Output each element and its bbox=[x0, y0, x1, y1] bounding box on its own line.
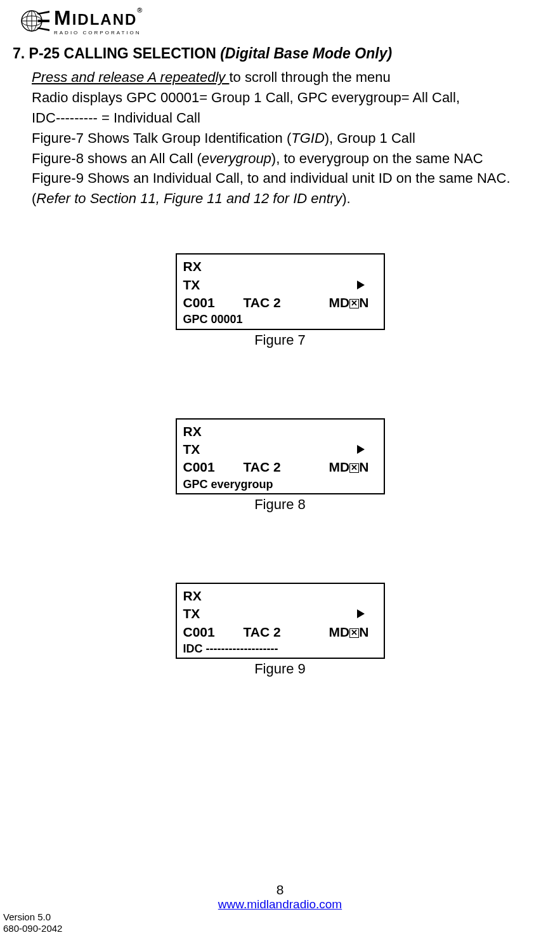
website-link[interactable]: www.midlandradio.com bbox=[0, 897, 560, 911]
figure-8-box: RX TX C001 TAC 2 MD✕N GPC everygroup bbox=[176, 418, 385, 494]
figure-8-tx-row: TX bbox=[183, 440, 377, 458]
figure-9-last-line: IDC ------------------- bbox=[183, 641, 377, 656]
figure-7-channel-row: C001 TAC 2 MD✕N bbox=[183, 294, 377, 312]
figure-9-container: RX TX C001 TAC 2 MD✕N IDC --------------… bbox=[13, 583, 547, 677]
midland-logo: MIDLAND® RADIO CORPORATION bbox=[19, 6, 547, 36]
body-line-4: Figure-7 Shows Talk Group Identification… bbox=[32, 128, 547, 149]
figure-7-caption: Figure 7 bbox=[13, 332, 547, 348]
figure-8-rx: RX bbox=[183, 423, 377, 440]
logo-brand-text: MIDLAND® bbox=[54, 6, 143, 30]
page-footer: 8 www.midlandradio.com Version 5.0 680-0… bbox=[0, 882, 560, 934]
page-number: 8 bbox=[0, 882, 560, 897]
logo-subtitle: RADIO CORPORATION bbox=[54, 30, 143, 36]
figure-9-rx: RX bbox=[183, 587, 377, 605]
body-line-2: Radio displays GPC 00001= Group 1 Call, … bbox=[32, 88, 547, 108]
figure-8-container: RX TX C001 TAC 2 MD✕N GPC everygroup Fig… bbox=[13, 418, 547, 513]
body-line-6: Figure-9 Shows an Individual Call, to an… bbox=[32, 168, 547, 189]
figure-7-tx-row: TX bbox=[183, 276, 377, 294]
x-box-icon: ✕ bbox=[349, 299, 359, 308]
section-heading: 7. P-25 CALLING SELECTION (Digital Base … bbox=[13, 45, 547, 62]
figure-8-last-line: GPC everygroup bbox=[183, 477, 377, 492]
body-line-3: IDC--------- = Individual Call bbox=[32, 108, 547, 128]
version-info: Version 5.0 680-090-2042 bbox=[3, 911, 560, 934]
play-icon bbox=[357, 445, 365, 454]
figure-9-box: RX TX C001 TAC 2 MD✕N IDC --------------… bbox=[176, 583, 385, 659]
play-icon bbox=[357, 281, 365, 289]
figure-9-tx-row: TX bbox=[183, 605, 377, 623]
globe-icon bbox=[19, 8, 51, 34]
body-line-5: Figure-8 shows an All Call (everygroup),… bbox=[32, 149, 547, 169]
figure-8-caption: Figure 8 bbox=[13, 496, 547, 513]
figure-7-last-line: GPC 00001 bbox=[183, 312, 377, 327]
figure-9-channel-row: C001 TAC 2 MD✕N bbox=[183, 623, 377, 641]
play-icon bbox=[357, 609, 365, 618]
body-paragraph: Press and release A repeatedly to scroll… bbox=[32, 67, 547, 209]
figure-7-box: RX TX C001 TAC 2 MD✕N GPC 00001 bbox=[176, 253, 385, 329]
figure-8-channel-row: C001 TAC 2 MD✕N bbox=[183, 458, 377, 476]
figure-7-rx: RX bbox=[183, 258, 377, 275]
body-line-1: Press and release A repeatedly to scroll… bbox=[32, 67, 547, 88]
figure-9-caption: Figure 9 bbox=[13, 661, 547, 677]
figure-7-container: RX TX C001 TAC 2 MD✕N GPC 00001 Figure 7 bbox=[13, 253, 547, 348]
x-box-icon: ✕ bbox=[349, 463, 359, 473]
body-line-7: (Refer to Section 11, Figure 11 and 12 f… bbox=[32, 189, 547, 209]
x-box-icon: ✕ bbox=[349, 628, 359, 638]
